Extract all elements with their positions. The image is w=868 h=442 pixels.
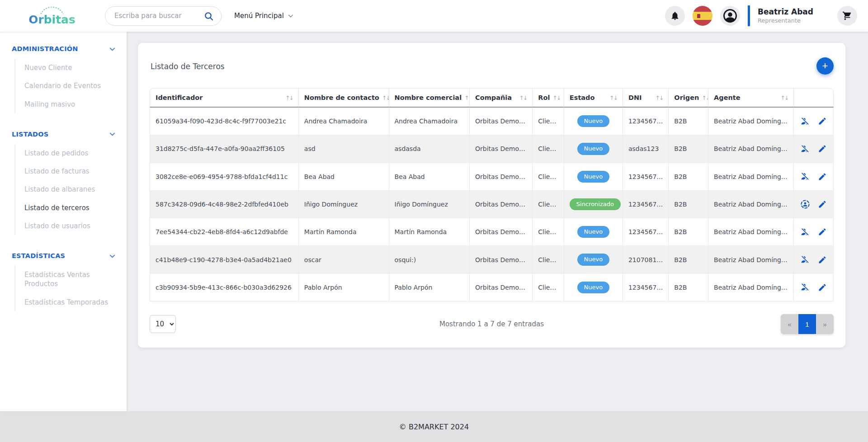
prev-page-button[interactable]: « — [781, 314, 798, 334]
column-header-nombre-comercial[interactable]: Nombre comercial ↑↓ — [389, 88, 470, 108]
person-off-icon — [800, 282, 810, 292]
edit-button[interactable] — [817, 199, 827, 209]
user-sync-action-button[interactable] — [800, 199, 810, 209]
sidebar-section-label: LISTADOS — [12, 131, 48, 138]
sidebar-section-listados: LISTADOS Listado de pedidosListado de fa… — [0, 131, 127, 235]
edit-button[interactable] — [817, 144, 827, 154]
cart-button[interactable] — [837, 6, 857, 26]
cell-rol: Cliente — [533, 246, 564, 273]
main-menu-label: Menú Principal — [234, 12, 284, 20]
sidebar-item-mailing-masivo[interactable]: Mailing masivo — [24, 95, 118, 113]
next-page-button[interactable]: » — [816, 314, 834, 334]
footer: © B2MARKET 2024 — [0, 411, 868, 442]
sidebar-section-label: ESTADÍSTICAS — [12, 252, 65, 259]
column-header-origen[interactable]: Origen ↑↓ — [669, 88, 708, 108]
sort-icon: ↑↓ — [464, 94, 470, 101]
add-tercero-button[interactable]: + — [816, 57, 834, 75]
cell-nombre-contacto: Pablo Arpón — [299, 274, 389, 301]
edit-button[interactable] — [817, 227, 827, 237]
sidebar-item-estadisticas-ventas-productos[interactable]: Estadísticas Ventas Productos — [24, 266, 118, 293]
cart-icon — [842, 11, 852, 21]
cell-identificador: 61059a34-f090-423d-8c4c-f9f77003e21c — [150, 108, 299, 135]
pagination-info: Mostrando 1 a 7 de 7 entradas — [150, 320, 834, 328]
topbar-right: Beatriz Abad Representante — [665, 5, 857, 26]
column-label: Origen — [674, 94, 699, 101]
notifications-button[interactable] — [665, 6, 685, 26]
cell-dni: 12345678D — [623, 274, 669, 301]
pencil-icon — [818, 255, 827, 264]
column-label: Rol — [538, 94, 550, 101]
user-sync-action-button[interactable] — [800, 116, 810, 126]
sidebar-item-listado-de-facturas[interactable]: Listado de facturas — [24, 162, 118, 180]
cell-agente: Beatriz Abad Domínguez — [708, 108, 794, 135]
user-sync-action-button[interactable] — [800, 144, 810, 154]
sidebar-item-listado-de-usuarios[interactable]: Listado de usuarios — [24, 217, 118, 235]
cell-compania: Orbitas Demo S.L — [470, 218, 533, 246]
cell-identificador: 3082ce8e-e069-4954-9788-bfda1cf4d11c — [150, 163, 299, 191]
column-header-agente[interactable]: Agente ↑↓ — [708, 88, 794, 108]
cell-rol: Cliente — [533, 163, 564, 191]
sidebar-section-header-estadisticas[interactable]: ESTADÍSTICAS — [0, 252, 127, 259]
cell-origen: B2B — [669, 218, 708, 246]
cell-dni: 12345678L — [623, 108, 669, 135]
page-1-button[interactable]: 1 — [798, 314, 816, 334]
user-sync-action-button[interactable] — [800, 255, 810, 265]
user-role: Representante — [758, 17, 813, 24]
user-sync-action-button[interactable] — [800, 282, 810, 292]
cell-nombre-contacto: asd — [299, 135, 389, 163]
sidebar-section-estadisticas: ESTADÍSTICAS Estadísticas Ventas Product… — [0, 252, 127, 311]
cell-rol: Cliente — [533, 274, 564, 301]
logo[interactable]: Orbitas — [27, 7, 77, 25]
bell-icon — [670, 11, 680, 21]
column-header-dni[interactable]: DNI ↑↓ — [623, 88, 669, 108]
sidebar-item-listado-de-pedidos[interactable]: Listado de pedidos — [24, 144, 118, 162]
edit-button[interactable] — [817, 172, 827, 182]
account-button[interactable] — [720, 6, 740, 26]
sidebar-item-nuevo-cliente[interactable]: Nuevo Cliente — [24, 59, 118, 77]
cell-dni: asdas123 — [623, 135, 669, 163]
sidebar-section-header-administracion[interactable]: ADMINISTRACIÓN — [0, 45, 127, 52]
person-off-icon — [800, 227, 810, 237]
cell-actions — [794, 218, 834, 246]
user-sync-action-button[interactable] — [800, 227, 810, 237]
pager: « 1 » — [781, 314, 834, 334]
edit-button[interactable] — [817, 282, 827, 292]
column-label: Compañia — [475, 94, 512, 101]
sidebar-section-header-listados[interactable]: LISTADOS — [0, 131, 127, 138]
table-row: c41b48e9-c190-4278-b3e4-0a5ad4b21ae0 osc… — [150, 246, 834, 273]
column-header-rol[interactable]: Rol ↑↓ — [533, 88, 564, 108]
cell-nombre-contacto: Martín Ramonda — [299, 218, 389, 246]
edit-button[interactable] — [817, 116, 827, 126]
cell-dni: 12345678F — [623, 191, 669, 218]
edit-button[interactable] — [817, 255, 827, 265]
column-header-compania[interactable]: Compañia ↑↓ — [470, 88, 533, 108]
column-header-identificador[interactable]: Identificador ↑↓ — [150, 88, 299, 108]
sort-icon: ↑↓ — [609, 94, 617, 101]
sidebar-item-calendario-de-eventos[interactable]: Calendario de Eventos — [24, 77, 118, 95]
sidebar-section-items: Listado de pedidosListado de facturasLis… — [14, 144, 118, 235]
sidebar-item-listado-de-terceros[interactable]: Listado de terceros — [24, 199, 118, 217]
cell-identificador: 31d8275c-d5fa-447e-a0fa-90aa2ff36105 — [150, 135, 299, 163]
column-header-nombre-de-contacto[interactable]: Nombre de contacto ↑↓ — [299, 88, 389, 108]
page-size-select[interactable]: 10 — [150, 315, 176, 333]
cell-compania: Orbitas Demo S.L — [470, 163, 533, 191]
column-label: Nombre comercial — [395, 94, 462, 101]
sidebar-item-listado-de-albaranes[interactable]: Listado de albaranes — [24, 180, 118, 198]
cell-actions — [794, 246, 834, 273]
person-off-icon — [800, 255, 810, 264]
table-row: 61059a34-f090-423d-8c4c-f9f77003e21c And… — [150, 108, 834, 135]
column-header-estado[interactable]: Estado ↑↓ — [564, 88, 623, 108]
cell-identificador: c3b90934-5b9e-413c-866c-b030a3d62926 — [150, 274, 299, 301]
user-sync-action-button[interactable] — [800, 172, 810, 182]
main-menu-dropdown[interactable]: Menú Principal — [234, 12, 294, 20]
cell-nombre-comercial: Iñigo Domínguez — [389, 191, 470, 218]
sidebar-item-estadisticas-temporadas[interactable]: Estadísticas Temporadas — [24, 293, 118, 311]
cell-dni: 21070812Y — [623, 246, 669, 273]
cell-actions — [794, 135, 834, 163]
search-button[interactable] — [203, 11, 214, 22]
pencil-icon — [818, 117, 827, 126]
terceros-table: Identificador ↑↓ Nombre de contacto ↑↓ N… — [150, 88, 834, 301]
cell-identificador: 587c3428-09d6-4c48-98e2-2dfbfed410eb — [150, 191, 299, 218]
main-content: Listado de Terceros + Identificador ↑↓ N… — [127, 32, 868, 411]
language-selector-button[interactable] — [693, 6, 712, 26]
